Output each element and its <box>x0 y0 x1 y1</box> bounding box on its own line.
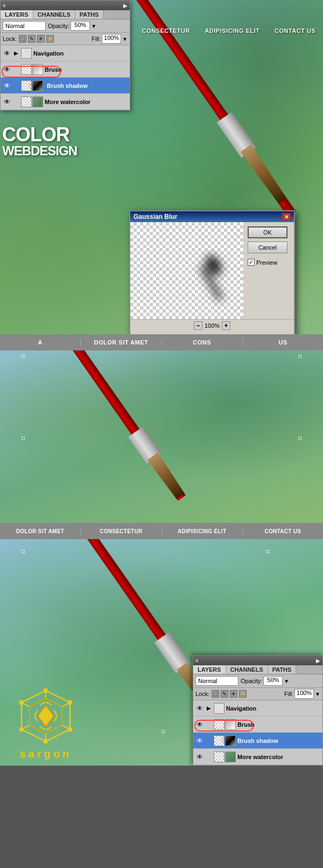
bottom-thumb-shadow <box>225 735 236 746</box>
bottom-layer-row-navigation[interactable]: 👁 ▶ Navigation <box>193 700 322 717</box>
bottom-thumbs-brush <box>214 719 236 730</box>
lock-icons-group: ⬚ ✎ ✛ 🔒 <box>19 35 54 43</box>
mid-nav-item-dolor[interactable]: DOLOR SIT AMET <box>81 339 162 346</box>
mid-nav-item-us[interactable]: US <box>243 339 323 346</box>
second-nav-consectetur[interactable]: CONSECTETUR <box>81 528 162 534</box>
layer-expand-navigation[interactable]: ▶ <box>13 50 19 57</box>
fill-arrow[interactable]: ▼ <box>122 36 128 42</box>
bottom-lock-paint[interactable]: ✎ <box>221 690 228 698</box>
bottom-layer-row-brush[interactable]: 👁 Brush <box>193 717 322 733</box>
second-nav-dolor[interactable]: DOLOR SIT AMET <box>0 528 81 534</box>
lock-transparent-icon[interactable]: ⬚ <box>19 35 26 43</box>
layer-thumb-more-watercolor-mask <box>21 97 32 107</box>
second-nav-adipisicing[interactable]: ADIPISICING ELIT <box>162 528 243 534</box>
fill-input[interactable]: 100% <box>102 34 121 44</box>
layer-eye-navigation[interactable]: 👁 <box>3 49 11 58</box>
bottom-thumb-watercolor <box>225 752 236 762</box>
bottom-panel-titlebar: ≡ ▶ <box>193 656 322 665</box>
dialog-preview-checkbox[interactable]: ✓ <box>248 259 255 266</box>
bottom-thumb-shadow-mask <box>214 735 224 746</box>
nav-item-consectetur[interactable]: CONSECTETUR <box>142 27 190 34</box>
lock-all-icon[interactable]: 🔒 <box>46 35 54 43</box>
layer-eye-brush[interactable]: 👁 <box>3 65 11 74</box>
bottom-lock-transparent[interactable]: ⬚ <box>212 690 219 698</box>
mid-nav-bar: A DOLOR SIT AMET CONS US <box>0 334 323 350</box>
layer-eye-brush-shadow[interactable]: 👁 <box>3 81 11 90</box>
brush-bristles-second <box>146 451 187 500</box>
mid-nav-item-cons[interactable]: CONS <box>162 339 243 346</box>
layers-tab-layers[interactable]: LAYERS <box>1 10 33 19</box>
layers-tab-channels[interactable]: CHANNELS <box>33 10 75 19</box>
lock-move-icon[interactable]: ✛ <box>37 35 45 43</box>
color-line2: WEBDESIGN <box>2 144 77 157</box>
layer-name-navigation: Navigation <box>33 50 128 57</box>
bottom-fill-input[interactable]: 100% <box>294 689 314 699</box>
layer-row-more-watercolor[interactable]: 👁 More watercolor <box>1 94 130 110</box>
svg-point-11 <box>44 689 47 692</box>
bottom-fill-arrow[interactable]: ▼ <box>315 691 320 697</box>
bottom-expand-brush <box>206 721 212 728</box>
bottom-tab-paths[interactable]: PATHS <box>268 665 297 674</box>
layer-expand-more-watercolor <box>13 99 19 105</box>
panel-menu-btn[interactable]: ▶ <box>123 3 128 9</box>
bottom-eye-shadow[interactable]: 👁 <box>195 736 204 745</box>
zoom-out-button[interactable]: − <box>194 321 202 330</box>
layer-row-brush[interactable]: 👁 Brush <box>1 61 130 78</box>
brush-bristles <box>239 143 289 206</box>
bottom-panel-menu-btn[interactable]: ▶ <box>316 658 320 664</box>
bottom-opacity-arrow[interactable]: ▼ <box>284 678 289 684</box>
layer-thumbs-brush-shadow <box>21 80 43 91</box>
opacity-arrow[interactable]: ▼ <box>91 23 96 29</box>
dialog-title: Gaussian Blur <box>134 213 177 221</box>
layers-tab-paths[interactable]: PATHS <box>75 10 104 19</box>
layer-row-navigation[interactable]: 👁 ▶ Navigation <box>1 45 130 61</box>
fill-label: Fill: <box>92 36 101 42</box>
dialog-radius-row: Radius: 20 pixels <box>130 332 294 334</box>
bottom-lock-move[interactable]: ✛ <box>230 690 237 698</box>
bottom-blend-select[interactable]: Normal <box>195 676 238 686</box>
layers-panel-bottom: ≡ ▶ LAYERS CHANNELS PATHS Normal Opacity… <box>193 655 323 766</box>
bottom-opacity-input[interactable]: 50% <box>263 676 283 686</box>
nav-item-contact[interactable]: CONTACT US <box>275 27 315 34</box>
bottom-lock-fill-row: Lock: ⬚ ✎ ✛ 🔒 Fill: 100% ▼ <box>193 688 322 700</box>
layers-panel-tabs: LAYERS CHANNELS PATHS <box>1 10 130 19</box>
layer-eye-more-watercolor[interactable]: 👁 <box>3 98 11 106</box>
blend-mode-select[interactable]: Normal <box>3 21 46 31</box>
corner-mark-3-tr <box>266 550 269 553</box>
bottom-fill-control: Fill: 100% ▼ <box>284 689 320 699</box>
bottom-lock-all[interactable]: 🔒 <box>239 690 247 698</box>
opacity-control: Opacity: 50% ▼ <box>48 21 96 31</box>
layer-row-brush-shadow[interactable]: 👁 Brush shadow <box>1 78 130 94</box>
dialog-close-button[interactable]: ✕ <box>282 213 291 221</box>
panel-title-icon: ≡ <box>3 3 6 9</box>
bottom-tab-layers[interactable]: LAYERS <box>193 665 226 674</box>
bottom-tab-channels[interactable]: CHANNELS <box>226 665 268 674</box>
bottom-layer-row-watercolor[interactable]: 👁 More watercolor <box>193 749 322 765</box>
opacity-input[interactable]: 50% <box>71 21 90 31</box>
mid-nav-item-a[interactable]: A <box>0 339 81 346</box>
bottom-fill-label: Fill: <box>284 691 293 697</box>
dialog-titlebar: Gaussian Blur ✕ <box>130 211 294 222</box>
bottom-eye-nav[interactable]: 👁 <box>195 704 204 713</box>
svg-point-16 <box>20 701 23 704</box>
top-nav-bar: CONSECTETUR ADIPISICING ELIT CONTACT US <box>135 23 323 39</box>
third-painting-section: ≡ ▶ LAYERS CHANNELS PATHS Normal Opacity… <box>0 539 323 766</box>
second-nav-contact[interactable]: CONTACT US <box>243 528 323 534</box>
bottom-layer-row-shadow[interactable]: 👁 Brush shadow <box>193 733 322 749</box>
dialog-cancel-button[interactable]: Cancel <box>248 242 287 253</box>
bottom-eye-brush[interactable]: 👁 <box>195 720 204 729</box>
layer-thumb-navigation <box>21 48 32 59</box>
bottom-thumb-nav <box>214 703 224 714</box>
bottom-lock-label: Lock: <box>195 691 209 697</box>
second-painting-section <box>0 350 323 523</box>
bottom-thumb-watercolor-mask <box>214 752 224 762</box>
dialog-ok-button[interactable]: OK <box>248 226 287 238</box>
bottom-panel-tabs: LAYERS CHANNELS PATHS <box>193 665 322 674</box>
layer-thumbs-more-watercolor <box>21 97 43 107</box>
blur-preview-svg <box>184 249 233 308</box>
bottom-eye-watercolor[interactable]: 👁 <box>195 753 204 761</box>
lock-paint-icon[interactable]: ✎ <box>28 35 36 43</box>
zoom-in-button[interactable]: + <box>222 321 230 330</box>
bottom-expand-nav[interactable]: ▶ <box>206 705 212 712</box>
nav-item-adipisicing[interactable]: ADIPISICING ELIT <box>205 27 259 34</box>
